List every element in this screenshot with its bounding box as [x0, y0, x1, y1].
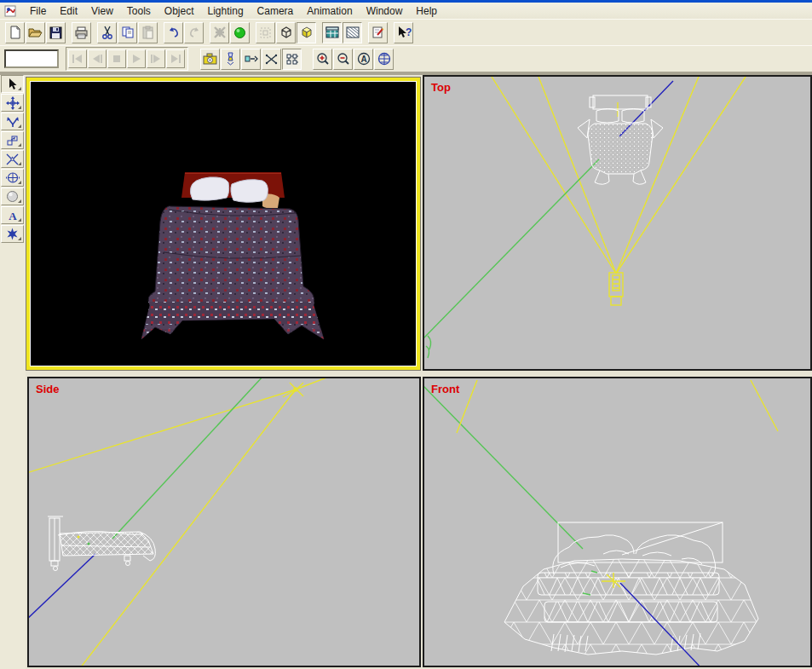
- material-sphere-button[interactable]: [230, 22, 250, 43]
- menu-file[interactable]: File: [23, 3, 53, 19]
- app-icon: [4, 5, 18, 17]
- next-frame-button[interactable]: [147, 49, 165, 68]
- circled-grid-button[interactable]: [374, 49, 394, 70]
- select-tool[interactable]: [1, 75, 24, 93]
- rotate-tool[interactable]: [1, 112, 24, 130]
- open-folder-icon: [28, 26, 43, 39]
- menu-lighting[interactable]: Lighting: [201, 3, 251, 19]
- redo-button[interactable]: [184, 22, 204, 43]
- bed-wireframe-side: [48, 516, 155, 571]
- green-sphere-icon: [233, 26, 246, 39]
- star-icon: [6, 228, 19, 240]
- cross-target-button[interactable]: [262, 49, 281, 70]
- app-window: File Edit View Tools Object Lighting Cam…: [0, 0, 812, 669]
- move-icon: [6, 96, 20, 110]
- rotate-icon: [6, 116, 20, 128]
- prev-frame-icon: [91, 55, 103, 63]
- scale-tool[interactable]: [1, 131, 24, 149]
- menu-window[interactable]: Window: [360, 3, 410, 19]
- circled-a-button[interactable]: A: [354, 49, 373, 70]
- text-tool[interactable]: A: [1, 206, 24, 224]
- bounds-button[interactable]: [256, 22, 275, 43]
- prev-frame-button[interactable]: [88, 49, 107, 68]
- grid-table-icon: [325, 26, 339, 38]
- hatch-grid-icon: [346, 26, 360, 38]
- new-button[interactable]: [5, 22, 25, 43]
- menu-edit[interactable]: Edit: [53, 3, 84, 19]
- viewport-side[interactable]: Side: [27, 377, 421, 667]
- top-view-scene: [424, 77, 810, 369]
- camera-gizmo-top: [609, 273, 623, 305]
- grid-view-button[interactable]: [322, 22, 342, 43]
- zoom-in-icon: [316, 52, 330, 66]
- pillow-right-render: [231, 180, 268, 203]
- light-mode-button[interactable]: [221, 49, 240, 70]
- menu-view[interactable]: View: [84, 3, 120, 19]
- frame-number-input[interactable]: [4, 49, 59, 68]
- animation-toolbar: A: [0, 45, 812, 72]
- playback-group: [66, 47, 188, 71]
- redo-icon: [187, 26, 201, 38]
- open-button[interactable]: [26, 22, 45, 43]
- svg-text:?: ?: [406, 26, 412, 38]
- save-button[interactable]: [46, 22, 66, 43]
- viewport-front[interactable]: Front: [423, 377, 812, 667]
- wireframe-mode-button[interactable]: [276, 22, 296, 43]
- menu-camera[interactable]: Camera: [251, 3, 301, 19]
- printer-icon: [74, 26, 89, 39]
- viewport-camera[interactable]: [26, 77, 421, 371]
- dashed-box-icon: [259, 26, 272, 39]
- sound-key-button[interactable]: [241, 49, 261, 70]
- save-floppy-icon: [49, 26, 62, 39]
- zoom-out-button[interactable]: [333, 49, 353, 70]
- move-tool[interactable]: [1, 94, 24, 112]
- menu-tools[interactable]: Tools: [120, 3, 158, 19]
- camera-render-scene: [31, 82, 416, 364]
- solid-mode-button[interactable]: [297, 22, 316, 43]
- render-image-button[interactable]: [368, 22, 388, 43]
- last-button[interactable]: [166, 49, 185, 68]
- svg-text:A: A: [360, 55, 366, 64]
- first-button[interactable]: [68, 49, 87, 68]
- star-tool[interactable]: [1, 225, 24, 243]
- orbit-tool[interactable]: [1, 169, 24, 187]
- main-toolbar: ?: [0, 19, 812, 45]
- pattern-view-button[interactable]: [343, 22, 362, 43]
- converge-icon: [6, 153, 19, 165]
- camera-icon: [203, 53, 217, 65]
- keyframe-grid-button[interactable]: [282, 49, 302, 70]
- svg-text:A: A: [9, 210, 17, 222]
- menu-object[interactable]: Object: [158, 3, 201, 19]
- undo-button[interactable]: [164, 22, 183, 43]
- viewport-front-label: Front: [431, 383, 459, 395]
- text-tool-icon: A: [7, 210, 19, 222]
- new-file-icon: [9, 26, 22, 39]
- viewport-top-label: Top: [431, 81, 451, 94]
- zoom-in-button[interactable]: [313, 49, 332, 70]
- cut-button[interactable]: [97, 22, 117, 43]
- last-frame-icon: [170, 55, 181, 63]
- stop-button[interactable]: [107, 49, 126, 68]
- viewport-top[interactable]: Top: [423, 75, 812, 371]
- copy-button[interactable]: [118, 22, 137, 43]
- zoom-out-icon: [337, 52, 350, 66]
- menu-animation[interactable]: Animation: [300, 3, 359, 19]
- burst-button[interactable]: [210, 22, 229, 43]
- sound-key-icon: [245, 54, 258, 64]
- undo-icon: [167, 26, 181, 38]
- viewport-grid: Top: [26, 75, 812, 669]
- print-button[interactable]: [72, 22, 91, 43]
- orbit-icon: [6, 171, 20, 184]
- paste-button[interactable]: [138, 22, 158, 43]
- context-help-button[interactable]: ?: [394, 22, 413, 43]
- bed-wireframe-top: [578, 95, 663, 184]
- first-frame-icon: [72, 55, 84, 63]
- sphere-tool[interactable]: [1, 187, 24, 205]
- scissors-icon: [101, 26, 113, 39]
- pillow-left-render: [190, 177, 228, 200]
- menu-help[interactable]: Help: [409, 3, 444, 19]
- play-button[interactable]: [127, 49, 146, 68]
- copy-icon: [121, 26, 135, 39]
- camera-mode-button[interactable]: [200, 49, 220, 70]
- converge-tool[interactable]: [1, 150, 24, 168]
